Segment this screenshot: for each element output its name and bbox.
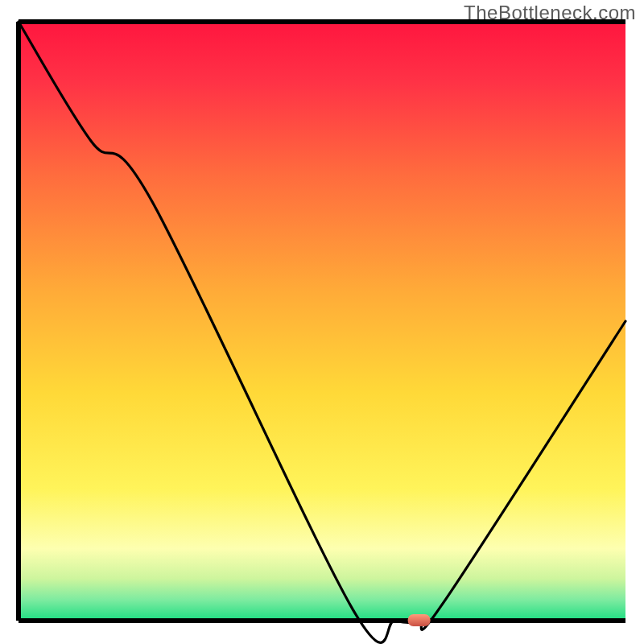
watermark-text: TheBottleneck.com bbox=[464, 2, 636, 24]
minimum-marker bbox=[408, 614, 431, 626]
plot-background bbox=[19, 22, 625, 621]
chart-container: TheBottleneck.com bbox=[0, 0, 644, 644]
bottleneck-chart bbox=[0, 0, 644, 644]
